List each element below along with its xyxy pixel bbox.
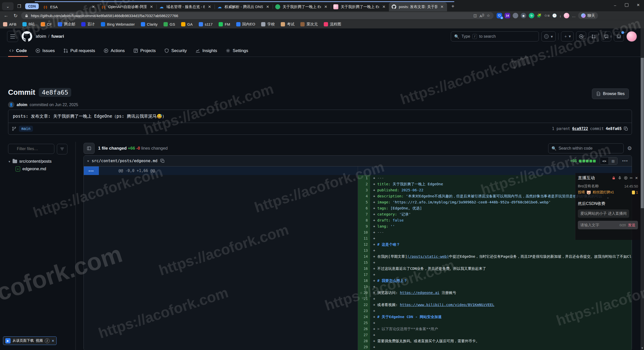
window-close-button[interactable]: ✕ <box>632 0 644 10</box>
diff-line-number[interactable]: 23 <box>358 308 370 314</box>
window-maximize-button[interactable] <box>621 0 632 10</box>
expand-hunk-button[interactable]: ••• <box>84 166 99 175</box>
discussions-icon-button[interactable] <box>601 31 611 41</box>
author-name[interactable]: afoim <box>17 103 27 107</box>
copilot-button[interactable]: 聊天 <box>578 12 598 19</box>
diff-line-number[interactable]: 21 <box>358 296 370 302</box>
scrollbar-thumb[interactable] <box>641 58 644 208</box>
bookmark-item[interactable]: 栗次元 <box>300 22 318 27</box>
repo-tab-code[interactable]: Code <box>6 45 30 57</box>
page-scrollbar[interactable]: ▼ <box>640 28 644 350</box>
diff-line-number[interactable]: 15 <box>358 259 370 266</box>
browser-tab[interactable]: 关于我折腾了一晚上 EdgeOne - A✕ <box>331 2 389 11</box>
bookmark-item[interactable]: 百计 <box>81 22 95 27</box>
repo-tab-security[interactable]: Security <box>161 45 190 57</box>
close-chat-icon[interactable]: ✕ <box>635 176 638 180</box>
tab-close-icon[interactable]: ✕ <box>207 4 212 10</box>
bookmark-item[interactable]: 国内EO <box>236 22 255 27</box>
parent-commit-link[interactable]: 6ca9722 <box>572 126 588 131</box>
repo-tab-actions[interactable]: Actions <box>100 45 128 57</box>
clip-scissors-icon[interactable]: ✂ <box>630 176 633 180</box>
purple-extension-icon[interactable]: 14 <box>505 13 510 18</box>
diff-line-number[interactable]: 12 <box>358 241 370 247</box>
copilot-menu-button[interactable]: ▾ <box>541 31 555 41</box>
copy-icon[interactable] <box>624 126 628 131</box>
split-screen-icon[interactable]: ◫ <box>473 13 477 18</box>
browse-files-button[interactable]: Browse files <box>592 89 629 99</box>
bookmark-item[interactable]: CF <box>41 22 52 26</box>
github-logo[interactable] <box>22 31 32 42</box>
diff-line-number[interactable]: 17 <box>358 272 370 278</box>
diff-line-number[interactable]: 9 <box>358 223 370 229</box>
diff-line-number[interactable]: 24 <box>358 314 370 320</box>
filter-files-input[interactable] <box>8 144 54 154</box>
tab-close-icon[interactable]: ✕ <box>265 4 270 10</box>
microphone-icon[interactable] <box>618 176 622 180</box>
back-button[interactable]: ← <box>2 13 10 18</box>
repo-tab-insights[interactable]: Insights <box>192 45 221 57</box>
bookmark-item[interactable]: B站 <box>22 22 35 27</box>
diff-line-number[interactable]: 22 <box>358 302 370 308</box>
browser-tab[interactable]: posts: 发布文章: 关于我折腾了一✕ <box>389 2 447 11</box>
browser-profile-avatar[interactable] <box>564 13 569 18</box>
record-target-icon[interactable] <box>624 176 628 180</box>
workspaces-icon[interactable]: ❐ <box>16 3 22 9</box>
bitwarden-extension-icon[interactable]: 🛡2 <box>497 13 502 18</box>
toggle-file-tree-button[interactable] <box>84 143 95 154</box>
copy-path-icon[interactable] <box>160 159 165 163</box>
repo-tab-issues[interactable]: Issues <box>32 45 58 57</box>
breadcrumb-repo[interactable]: fuwari <box>51 34 64 39</box>
user-avatar[interactable] <box>626 31 637 42</box>
global-search-input[interactable]: 🔍 Type / to search <box>451 31 539 41</box>
diff-line-number[interactable]: 29 <box>358 344 370 350</box>
bookmark-item[interactable]: 流程图 <box>324 22 341 27</box>
create-new-button[interactable]: ＋ ▾ <box>561 31 574 41</box>
bookmark-item[interactable]: GS <box>164 22 175 26</box>
video-download-bar[interactable]: ▶ 从该页面下载 视频 2 ✕ <box>3 336 57 345</box>
diff-line-number[interactable]: 11 <box>358 235 370 241</box>
tab-close-icon[interactable]: ✕ <box>149 4 154 10</box>
new-tab-button[interactable]: + <box>449 3 457 10</box>
rich-view-button[interactable]: ▤ <box>609 157 617 164</box>
chat-input[interactable]: 请输入文字 0/20 发送 <box>578 221 638 229</box>
diff-line-number[interactable]: 26 <box>358 326 370 332</box>
lock-icon[interactable] <box>612 176 616 180</box>
diff-line-number[interactable]: 18 <box>358 278 370 284</box>
bookmark-item[interactable]: GA <box>181 22 193 26</box>
browser-tab[interactable]: ☁权威解析 - 腾讯云 DNSPod - 控制✕ <box>215 2 273 11</box>
diff-line-number[interactable]: 20 <box>358 290 370 296</box>
bookmark-item[interactable]: Clarity <box>141 22 158 26</box>
tab-close-icon[interactable]: ✕ <box>323 4 329 10</box>
diff-line-number[interactable]: 4 <box>358 193 370 199</box>
file-path[interactable]: src/content/posts/edgeone.md <box>92 159 157 163</box>
diff-line-number[interactable]: 5 <box>358 199 370 205</box>
extensions-puzzle-icon[interactable]: 🧩 <box>537 13 542 18</box>
diff-line-number[interactable]: 13 <box>358 247 370 253</box>
tab-close-icon[interactable]: ✕ <box>91 4 96 10</box>
diff-settings-gear-icon[interactable]: ⚙ <box>627 145 632 151</box>
bookmark-item[interactable]: 学校 <box>261 22 275 27</box>
diff-line-number[interactable]: 27 <box>358 332 370 338</box>
browser-tab[interactable]: (-)OpenAPI自助诊断-阿里云OpenAPI✕ <box>98 2 156 11</box>
browser-tab[interactable]: ☁域名管理 - 服务总览 - EdgeOne - 腾✕ <box>156 2 215 11</box>
diff-line-number[interactable]: 19 <box>358 284 370 290</box>
scrollbar-down-arrow[interactable]: ▼ <box>640 346 644 349</box>
tab-close-icon[interactable]: ✕ <box>381 4 387 10</box>
diff-line-number[interactable]: 6 <box>358 205 370 211</box>
browser-tab[interactable]: (-)ESA✕ <box>40 2 98 11</box>
address-bar[interactable]: https://github.com/afoim/fuwari/commit/4… <box>21 12 494 19</box>
diff-line-number[interactable]: 25 <box>358 320 370 326</box>
url-text[interactable]: https://github.com/afoim/fuwari/commit/4… <box>31 14 471 18</box>
tab-group-label[interactable]: CDN <box>25 3 39 9</box>
breadcrumb-owner[interactable]: afoim <box>36 34 46 39</box>
read-aloud-icon[interactable]: A)) <box>479 13 484 18</box>
bookmark-item[interactable]: 考试 <box>281 22 294 27</box>
refresh-button[interactable]: ↻ <box>12 13 20 19</box>
diff-line-number[interactable]: 8 <box>358 217 370 223</box>
favorite-star-icon[interactable]: ☆ <box>487 13 490 18</box>
browser-menu-icon[interactable]: … <box>572 14 576 18</box>
bookmark-item[interactable]: AFB <box>3 22 16 26</box>
close-download-bar-icon[interactable]: ✕ <box>52 339 54 343</box>
bookmark-item[interactable]: 腾企邮 <box>58 22 75 27</box>
repo-tab-pull-requests[interactable]: Pull requests <box>60 45 99 57</box>
